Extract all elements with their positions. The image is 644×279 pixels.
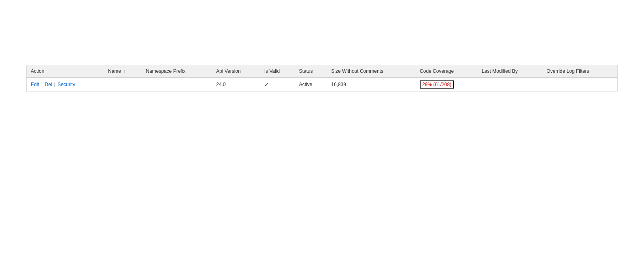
column-header-is-valid: Is Valid — [260, 65, 295, 78]
cell-override-log-filters — [542, 78, 617, 92]
cell-name — [104, 78, 142, 92]
cell-size-without-comments: 16,839 — [327, 78, 416, 92]
cell-action: Edit | Del | Security — [27, 78, 104, 92]
valid-checkmark: ✓ — [264, 82, 269, 88]
cell-status: Active — [295, 78, 327, 92]
table-header-row: Action Name ↑ Namespace Prefix Api Versi… — [27, 65, 618, 78]
column-header-size-without-comments: Size Without Comments — [327, 65, 416, 78]
page-wrapper: Action Name ↑ Namespace Prefix Api Versi… — [0, 0, 644, 92]
column-header-api-version: Api Version — [212, 65, 260, 78]
column-header-status: Status — [295, 65, 327, 78]
separator-2: | — [54, 82, 57, 87]
column-header-override-log-filters: Override Log Filters — [542, 65, 617, 78]
security-link[interactable]: Security — [57, 82, 75, 87]
column-header-namespace-prefix: Namespace Prefix — [142, 65, 212, 78]
column-header-name: Name ↑ — [104, 65, 142, 78]
cell-namespace-prefix — [142, 78, 212, 92]
coverage-value: 29% (61/208) — [420, 80, 454, 89]
separator-1: | — [41, 82, 44, 87]
main-table: Action Name ↑ Namespace Prefix Api Versi… — [26, 65, 618, 92]
cell-is-valid: ✓ — [260, 78, 295, 92]
cell-api-version: 24.0 — [212, 78, 260, 92]
edit-link[interactable]: Edit — [31, 82, 39, 87]
del-link[interactable]: Del — [45, 82, 52, 87]
column-header-action: Action — [27, 65, 104, 78]
column-header-code-coverage: Code Coverage — [416, 65, 478, 78]
name-sort-icon: ↑ — [123, 69, 125, 74]
column-header-last-modified-by: Last Modified By — [478, 65, 542, 78]
cell-last-modified-by — [478, 78, 542, 92]
cell-code-coverage: 29% (61/208) — [416, 78, 478, 92]
table-row: Edit | Del | Security 24.0 ✓ — [27, 78, 618, 92]
